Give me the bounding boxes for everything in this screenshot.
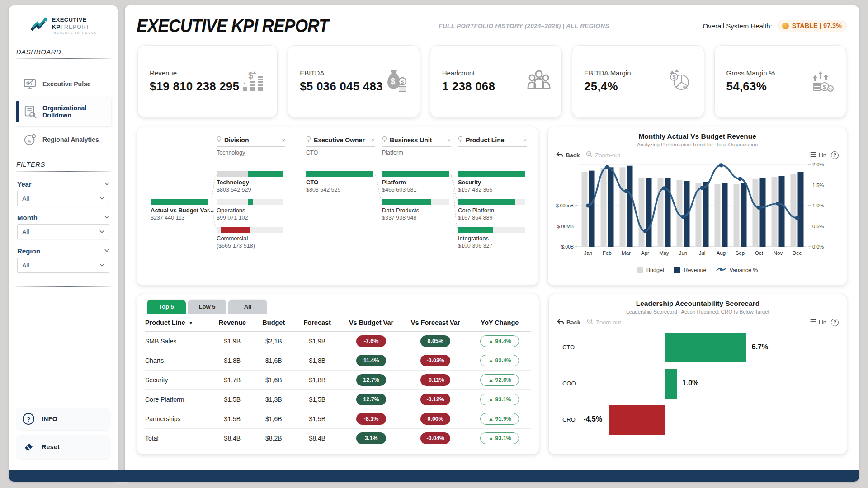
yoy-change-pill: ▲ 91.9% xyxy=(480,413,519,425)
year-select[interactable]: All xyxy=(17,191,109,206)
legend-item-variance: Variance % xyxy=(716,267,758,273)
table-row-core-platform[interactable]: Core Platform$1.5B$1,3B$1,5B12.7%-0.12%▲… xyxy=(145,390,531,409)
region-select[interactable]: All xyxy=(17,258,109,273)
reset-button[interactable]: Reset xyxy=(16,435,110,459)
zoom-out-label: Zoom-out xyxy=(595,152,620,159)
vs-forecast-pill: 0.00% xyxy=(420,413,450,425)
monthly-combo-chart[interactable]: 2.0%1.5%1.0%0.5%0.0%$.00bnB$.00MB$.00BJa… xyxy=(555,160,835,265)
chart-legend: BudgetRevenueVariance % xyxy=(555,267,840,273)
help-button[interactable]: ? xyxy=(831,319,839,326)
chevron-down-icon xyxy=(99,228,104,236)
back-arrow-icon xyxy=(557,319,564,326)
help-button[interactable]: ? xyxy=(831,151,839,159)
filter-label: Year xyxy=(17,180,32,188)
vs-forecast-pill: -0.04% xyxy=(420,432,450,444)
pie-dollar-icon: $% xyxy=(668,69,694,94)
scorecard-value: 6.7% xyxy=(752,343,768,351)
kpi-value: 54,63% xyxy=(726,80,775,94)
decomposition-tree: Actual vs Budget Var...$237 440 113Techn… xyxy=(144,167,531,268)
cell-revenue: $1.5B xyxy=(212,396,253,403)
table-row-partnerships[interactable]: Partnerships$1.5B$1,6B$1,5B-8.1%0.00%▲ 9… xyxy=(145,409,531,429)
close-icon[interactable]: × xyxy=(371,137,375,144)
tree-node-integrations[interactable]: Integrations$100 306 327 xyxy=(458,227,525,249)
filter-header-region[interactable]: Region xyxy=(17,247,109,255)
scorecard-bar-cto[interactable] xyxy=(665,333,746,362)
tree-node-bar xyxy=(458,171,525,177)
lin-toggle[interactable]: Lin xyxy=(809,151,826,159)
divider xyxy=(15,286,111,287)
back-button[interactable]: Back xyxy=(556,151,580,159)
svg-text:%: % xyxy=(829,87,833,91)
svg-text:0.0%: 0.0% xyxy=(812,244,824,249)
lin-toggle[interactable]: Lin xyxy=(809,319,826,326)
table-row-charts[interactable]: Charts$1.8B$1,6B$1,8B11.4%-0.03%▲ 93.4% xyxy=(145,351,531,371)
tree-node-technology[interactable]: Technology$803 542 529 xyxy=(217,171,283,193)
tree-node-value: $100 306 327 xyxy=(458,243,525,249)
svg-text:0.5%: 0.5% xyxy=(812,224,824,229)
zoom-out-button[interactable]: Zoom-out xyxy=(587,318,621,326)
column-header-vs-forecast-var[interactable]: Vs Forecast Var xyxy=(402,319,469,326)
filter-header-year[interactable]: Year xyxy=(17,180,109,188)
tree-node-cto[interactable]: CTO$803 542 529 xyxy=(306,171,373,193)
vs-forecast-pill: -0.11% xyxy=(420,374,450,386)
bulb-icon xyxy=(382,136,387,144)
tree-node-security[interactable]: Security$197 432 365 xyxy=(458,171,525,193)
column-header-revenue[interactable]: Revenue xyxy=(212,319,253,326)
sidebar-item-regional-analytics[interactable]: Regional Analytics xyxy=(15,126,111,153)
tree-node-platform[interactable]: Platform$465 603 581 xyxy=(382,171,449,193)
tree-node-core-platform[interactable]: Core Platform$167 864 889 xyxy=(458,199,525,221)
info-button[interactable]: ? INFO xyxy=(16,408,110,430)
revenue-bars-icon: $ xyxy=(239,69,267,94)
legend-label: Budget xyxy=(646,267,665,273)
tab-all[interactable]: All xyxy=(228,300,267,314)
column-header-budget[interactable]: Budget xyxy=(253,319,294,326)
cell-budget: $1,6B xyxy=(253,357,294,364)
table-row-smb-sales[interactable]: SMB Sales$1.9B$2,1B$1,9B-7.6%0.05%▲ 94.4… xyxy=(145,332,531,351)
tree-node-commercial[interactable]: Commercial($665 173 518) xyxy=(217,227,283,249)
scorecard-bar-coo[interactable] xyxy=(665,369,677,399)
filter-group-year: YearAll xyxy=(17,180,109,206)
filter-header-month[interactable]: Month xyxy=(17,213,109,221)
sidebar-item-executive-pulse[interactable]: Executive Pulse xyxy=(15,71,111,97)
tab-top-5[interactable]: Top 5 xyxy=(147,300,186,314)
close-icon[interactable]: × xyxy=(523,137,527,144)
tab-low-5[interactable]: Low 5 xyxy=(188,300,226,314)
variance-line[interactable] xyxy=(586,163,799,233)
tree-node-operations[interactable]: Operations$99 071 102 xyxy=(217,199,283,221)
page-subtitle: FULL PORTFOLIO HISTORY (2024–2026) | ALL… xyxy=(345,23,703,29)
tree-node-root[interactable]: Actual vs Budget Var...$237 440 113 xyxy=(151,199,208,221)
tree-node-data-products[interactable]: Data Products$337 938 948 xyxy=(382,199,449,221)
svg-text:$.00bnB: $.00bnB xyxy=(556,203,574,208)
tree-node-bar xyxy=(458,199,525,205)
legend-swatch xyxy=(637,267,643,273)
divider xyxy=(15,171,111,172)
sidebar-item-organizational-drilldown[interactable]: Organizational Drilldown xyxy=(15,97,111,126)
zoom-out-button[interactable]: Zoom-out xyxy=(586,151,620,159)
table-row-total[interactable]: Total$8.4B$8,2B$8,4B3.1%-0.04%▲ 93.1% xyxy=(145,429,531,448)
close-icon[interactable]: × xyxy=(447,137,451,144)
tree-level-label: Business Unit xyxy=(390,136,444,144)
sidebar-item-label: Executive Pulse xyxy=(42,80,91,88)
month-select[interactable]: All xyxy=(17,224,109,239)
table-row-security[interactable]: Security$1.7B$1,6B$1,8B12.7%-0.11%▲ 92.6… xyxy=(145,371,531,390)
tree-node-value: $99 071 102 xyxy=(217,215,283,221)
kpi-label: Headcount xyxy=(442,69,495,77)
tree-node-label: Core Platform xyxy=(458,207,525,214)
kpi-card-revenue: Revenue$19 810 238 295$ xyxy=(137,45,278,117)
kpi-label: EBITDA xyxy=(300,69,383,77)
back-button[interactable]: Back xyxy=(557,319,580,326)
filter-label: Month xyxy=(17,214,38,221)
scorecard-bar-cro[interactable] xyxy=(609,405,665,435)
column-header-yoy-change[interactable]: YoY Change xyxy=(469,319,531,326)
cell-budget: $2,1B xyxy=(253,338,294,345)
footer-bar xyxy=(9,470,859,482)
column-header-product-line[interactable]: Product Line▼ xyxy=(145,319,212,326)
tree-level-business-unit: Business Unit×Platform xyxy=(382,136,451,156)
bulb-icon xyxy=(306,136,311,144)
column-header-forecast[interactable]: Forecast xyxy=(294,319,340,326)
column-header-vs-budget-var[interactable]: Vs Budget Var xyxy=(340,319,402,326)
tree-level-label: Executive Owner xyxy=(314,136,368,144)
svg-text:Jun: Jun xyxy=(679,250,688,256)
tree-level-executive-owner: Executive Owner×CTO xyxy=(306,136,375,156)
close-icon[interactable]: × xyxy=(282,137,285,144)
